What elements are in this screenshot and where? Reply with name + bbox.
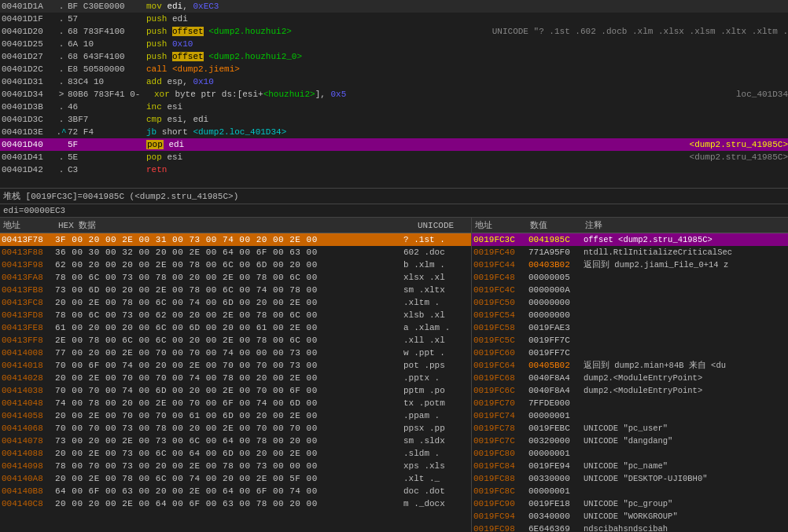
stack-row[interactable]: 0019FC7C 00320000 UNICODE "dangdang": [472, 435, 788, 447]
hex-row[interactable]: 00413FC8 20 00 2E 00 78 00 6C 00 74 00 6…: [0, 296, 471, 309]
hex-row[interactable]: 00414088 20 00 2E 00 73 00 6C 00 64 00 6…: [0, 447, 471, 460]
stack-col-addr: 地址: [475, 219, 530, 231]
hex-row[interactable]: 00414098 78 00 70 00 73 00 20 00 2E 00 7…: [0, 460, 471, 472]
hex-row[interactable]: 00413FB8 73 00 6D 00 20 00 2E 00 78 00 6…: [0, 284, 471, 296]
hex-row[interactable]: 00413F98 62 00 20 00 20 00 2E 00 78 00 6…: [0, 259, 471, 271]
stack-row-selected[interactable]: 0019FC3C 0041985C offset <dump2.stru_419…: [472, 233, 788, 246]
hex-row[interactable]: 00413FF8 2E 00 78 00 6C 00 6C 00 20 00 2…: [0, 334, 471, 347]
disasm-row[interactable]: 00401D2C . E8 50580000 call <dump2.jiemi…: [0, 63, 788, 75]
stack-row[interactable]: 0019FC60 0019FF7C: [472, 347, 788, 359]
disasm-row[interactable]: 00401D34 > 80B6 783F41 0- xor byte ptr d…: [0, 88, 788, 101]
hex-row[interactable]: 00413FD8 78 00 6C 00 73 00 62 00 20 00 2…: [0, 309, 471, 321]
disasm-row[interactable]: 00401D25 . 6A 10 push 0x10: [0, 38, 788, 50]
hex-ascii: ? .1st .: [400, 235, 471, 244]
hex-row[interactable]: 00414078 73 00 20 00 2E 00 73 00 6C 00 6…: [0, 435, 471, 447]
hex-col-addr-label: 地址: [3, 219, 58, 231]
hex-col-uni-label: UNICODE: [400, 221, 471, 230]
hex-row[interactable]: 004140C8 20 00 20 00 2E 00 64 00 6F 00 6…: [0, 497, 471, 510]
stack-row[interactable]: 0019FC84 0019FE94 UNICODE "pc_name": [472, 460, 788, 472]
hex-panel: 地址 HEX 数据 UNICODE 00413F78 3F 00 20 00 2…: [0, 218, 472, 532]
hex-row[interactable]: 00414028 20 00 2E 00 70 00 70 00 74 00 7…: [0, 372, 471, 384]
disasm-row[interactable]: 00401D31 . 83C4 10 add esp, 0x10: [0, 75, 788, 88]
hex-row[interactable]: 00413FA8 78 00 6C 00 73 00 78 00 20 00 2…: [0, 271, 471, 284]
stack-row[interactable]: 0019FC64 00405B02 返回到 dump2.mian+84B 来自 …: [472, 359, 788, 372]
stack-col-val: 数值: [530, 219, 585, 231]
stack-row[interactable]: 0019FC48 00000005: [472, 271, 788, 284]
stack-row[interactable]: 0019FC6C 0040F8A4 dump2.<ModuleEntryPoin…: [472, 384, 788, 397]
disasm-row[interactable]: 00401D1F . 57 push edi: [0, 13, 788, 25]
disasm-row[interactable]: 00401D41 . 5E pop esi <dump2.stru_41985C…: [0, 151, 788, 163]
hex-row[interactable]: 00414058 20 00 2E 00 70 00 70 00 61 00 6…: [0, 409, 471, 422]
disasm-row[interactable]: 00401D3E .^ 72 F4 jb short <dump2.loc_40…: [0, 126, 788, 138]
stack-row[interactable]: 0019FC58 0019FAE3: [472, 321, 788, 334]
stack-row[interactable]: 0019FC68 0040F8A4 dump2.<ModuleEntryPoin…: [472, 372, 788, 384]
stack-row[interactable]: 0019FC44 00403B02 返回到 dump2.jiami_File_0…: [472, 259, 788, 271]
hex-row[interactable]: 00413F88 36 00 30 00 32 00 20 00 2E 00 6…: [0, 246, 471, 259]
hex-row[interactable]: 00414048 74 00 78 00 20 00 2E 00 70 00 6…: [0, 397, 471, 409]
disasm-panel: 00401D1A . BF C30E0000 mov edi, 0xEC3 00…: [0, 0, 788, 189]
hex-row[interactable]: 00414008 77 00 20 00 2E 00 70 00 70 00 7…: [0, 347, 471, 359]
bottom-container: 地址 HEX 数据 UNICODE 00413F78 3F 00 20 00 2…: [0, 218, 788, 532]
stack-row[interactable]: 0019FC4C 0000000A: [472, 284, 788, 296]
hex-row[interactable]: 00414038 70 00 70 00 74 00 6D 00 20 00 2…: [0, 384, 471, 397]
stack-row[interactable]: 0019FC78 0019FEBC UNICODE "pc_user": [472, 422, 788, 435]
hex-col-hex-label: HEX 数据: [58, 219, 400, 231]
disasm-row[interactable]: 00401D27 . 68 643F4100 push offset <dump…: [0, 50, 788, 63]
hex-row[interactable]: 00414018 70 00 6F 00 74 00 20 00 2E 00 7…: [0, 359, 471, 372]
stack-row[interactable]: 0019FC8C 00000001: [472, 485, 788, 497]
stack-row[interactable]: 0019FC80 00000001: [472, 447, 788, 460]
hex-row[interactable]: 004140B8 64 00 6F 00 63 00 20 00 2E 00 6…: [0, 485, 471, 497]
hex-row[interactable]: 004140A8 20 00 2E 00 78 00 6C 00 74 00 2…: [0, 472, 471, 485]
stack-row[interactable]: 0019FC54 00000000: [472, 309, 788, 321]
hex-bytes: 3F 00 20 00 2E 00 31 00 73 00 74 00 20 0…: [55, 235, 400, 244]
stack-row[interactable]: 0019FC94 00340000 UNICODE "WORKGROUP": [472, 510, 788, 523]
disasm-row-highlighted[interactable]: 00401D40 5F pop edi <dump2.stru_41985C>: [0, 138, 788, 151]
status-bar-1: 堆栈 [0019FC3C]=0041985C (<dump2.stru_4198…: [0, 189, 788, 204]
hex-header: 地址 HEX 数据 UNICODE: [0, 218, 471, 233]
stack-row[interactable]: 0019FC74 00000001: [472, 409, 788, 422]
disasm-row[interactable]: 00401D3C . 3BF7 cmp esi, edi: [0, 113, 788, 126]
stack-row[interactable]: 0019FC70 7FFDE000: [472, 397, 788, 409]
status-bar-2: edi=00000EC3: [0, 204, 788, 218]
stack-row[interactable]: 0019FC88 00330000 UNICODE "DESKTOP-UJI0B…: [472, 472, 788, 485]
stack-row[interactable]: 0019FC98 6E646369 ndscibahsndscibah: [472, 523, 788, 532]
disasm-row[interactable]: 00401D20 . 68 783F4100 push offset <dump…: [0, 25, 788, 38]
stack-row[interactable]: 0019FC50 00000000: [472, 296, 788, 309]
hex-row[interactable]: 00413FE8 61 00 20 00 20 00 6C 00 6D 00 2…: [0, 321, 471, 334]
disasm-addr: 00401D1A: [0, 2, 55, 11]
hex-row[interactable]: 00414068 70 00 70 00 73 00 78 00 20 00 2…: [0, 422, 471, 435]
hex-addr: 00413F78: [0, 235, 55, 244]
disasm-row[interactable]: 00401D1A . BF C30E0000 mov edi, 0xEC3: [0, 0, 788, 13]
hex-row[interactable]: 00413F78 3F 00 20 00 2E 00 31 00 73 00 7…: [0, 233, 471, 246]
stack-row[interactable]: 0019FC5C 0019FF7C: [472, 334, 788, 347]
disasm-row[interactable]: 00401D42 . C3 retn: [0, 163, 788, 176]
stack-row[interactable]: 0019FC40 771A95F0 ntdll.RtlInitializeCri…: [472, 246, 788, 259]
stack-col-comment: 注释: [585, 219, 602, 231]
stack-panel: 地址 数值 注释 0019FC3C 0041985C offset <dump2…: [472, 218, 788, 532]
disasm-row[interactable]: 00401D3B . 46 inc esi: [0, 101, 788, 113]
stack-row[interactable]: 0019FC90 0019FE18 UNICODE "pc_group": [472, 497, 788, 510]
stack-header: 地址 数值 注释: [472, 218, 788, 233]
